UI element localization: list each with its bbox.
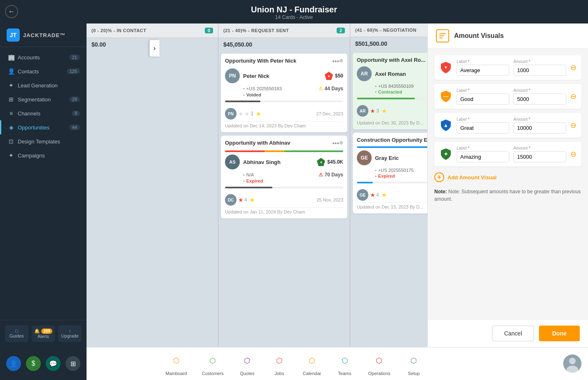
card-gray-eric[interactable]: Construction Opportunity Eric GE Gray Er…	[353, 133, 427, 213]
footer-left-peter-nick: PN ★ ★ 3 ★	[225, 108, 261, 120]
amount-input-great[interactable]	[513, 122, 566, 134]
card-footer-axel: AR ★ 3 ★	[357, 103, 427, 117]
tab-jobs[interactable]: ⬡ Jobs	[263, 349, 295, 379]
card-axel-roman[interactable]: Opportunity with Axel Ro... AR Axel Roma…	[353, 53, 427, 129]
card-details-axel: • +US 8435550109 • Contracted	[357, 84, 427, 94]
label-input-amazing[interactable]	[457, 151, 509, 162]
svg-text:✦: ✦	[444, 151, 448, 157]
col-header-request-sent: (21 - 40)% - REQUEST SENT 2	[218, 23, 350, 38]
amount-field-label: Amount *	[513, 59, 566, 64]
cancel-button[interactable]: Cancel	[492, 326, 534, 341]
label-input-good[interactable]	[457, 94, 509, 105]
amount-visuals-panel: Amount Visuals ▼ Label * Amount	[427, 23, 588, 347]
add-amount-visual-button[interactable]: + Add Amount Visual	[434, 171, 581, 184]
tab-customers[interactable]: ⬡ Customers	[194, 349, 231, 379]
card-menu-abhinav[interactable]: •••	[332, 140, 339, 147]
svg-text:▼: ▼	[327, 75, 330, 78]
tab-quotes[interactable]: ⬡ Quotes	[231, 349, 263, 379]
bottom-icon-user[interactable]: 👤	[6, 356, 21, 371]
panel-note: Note: Note: Subsequent amounts have to b…	[434, 188, 581, 203]
person-name-axel: Axel Roman	[375, 71, 406, 77]
avatar-axel: AR	[357, 66, 372, 81]
avatar-gray-eric: GE	[357, 150, 372, 165]
remove-good-button[interactable]: ⊖	[570, 92, 576, 101]
sidebar-item-design-templates[interactable]: ⊡ Design Templates	[0, 134, 87, 148]
star3: ★	[256, 110, 261, 117]
teams-label: Teams	[338, 371, 351, 376]
remove-average-button[interactable]: ⊖	[570, 63, 576, 72]
card-person-axel: AR Axel Roman	[357, 66, 427, 81]
sidebar-item-accounts[interactable]: 🏢 Accounts 21	[0, 50, 87, 64]
upgrade-button[interactable]: ↑ Upgrade	[58, 325, 82, 342]
progress-gray-eric	[357, 182, 427, 183]
card-abhinav-singh[interactable]: Opportunity with Abhinav ••• ⊕ AS Abhina…	[221, 136, 347, 218]
bottom-icon-grid[interactable]: ⊞	[66, 356, 80, 371]
back-button[interactable]: ←	[5, 5, 18, 18]
sidebar-item-contacts[interactable]: 👤 Contacts 125	[0, 64, 87, 78]
amount-input-amazing[interactable]	[513, 151, 566, 162]
tab-setup[interactable]: ⬡ Setup	[398, 349, 430, 379]
card-title-peter-nick: Opportunity With Peter Nick	[225, 58, 332, 64]
setup-label: Setup	[408, 371, 420, 376]
col-title-negotiation: (41 - 60)% - NEGOTIATION	[355, 28, 417, 33]
sidebar-item-segmentation[interactable]: ⊞ Segmentation 29	[0, 92, 87, 106]
user-avatar-bottom[interactable]	[563, 354, 581, 373]
bottom-icon-chat[interactable]: 💬	[46, 356, 61, 371]
campaigns-icon: ✦	[8, 152, 14, 159]
amount-input-good[interactable]	[513, 94, 566, 105]
svg-text:▼: ▼	[444, 65, 448, 70]
card-menu-peter-nick[interactable]: •••	[332, 58, 339, 65]
label-input-average[interactable]	[457, 65, 509, 76]
card-move-peter-nick[interactable]: ⊕	[339, 58, 343, 63]
amount-input-average[interactable]	[513, 65, 566, 76]
panel-toggle[interactable]: ›	[150, 40, 159, 56]
person-name-gray-eric: Gray Eric	[375, 155, 399, 161]
col-amount-request-sent: $45,050.00	[218, 38, 350, 51]
remove-amazing-button[interactable]: ⊖	[570, 150, 576, 159]
visual-row-great: ▲ Label * Amount * ⊖	[434, 113, 581, 138]
shield-icon-amazing: ✦	[439, 148, 452, 161]
guides-button[interactable]: □ Guides	[5, 325, 28, 342]
svg-text:✦: ✦	[320, 161, 323, 164]
card-move-abhinav[interactable]: ⊕	[339, 140, 343, 145]
person-name-abhinav: Abhinav Singh	[243, 159, 281, 165]
sidebar-item-lead-generation[interactable]: ✦ Lead Generation	[0, 78, 87, 92]
amount-field-label-good: Amount *	[513, 88, 566, 93]
kanban-col-negotiation: (41 - 60)% - NEGOTIATION $501,500.00 Opp…	[350, 23, 427, 347]
col-cards-negotiation: Opportunity with Axel Ro... AR Axel Roma…	[350, 50, 427, 347]
remove-great-button[interactable]: ⊖	[570, 121, 576, 130]
channels-count: 9	[72, 110, 80, 116]
sidebar-item-campaigns[interactable]: ✦ Campaigns	[0, 148, 87, 162]
sidebar-item-opportunities[interactable]: ◈ Opportunities 44	[0, 120, 87, 134]
campaigns-label: Campaigns	[18, 152, 80, 159]
tab-calendar[interactable]: ⬡ Calendar	[295, 349, 329, 379]
progress-fill-abhinav	[225, 187, 272, 188]
progress-abhinav	[225, 187, 343, 188]
panel-header-icon	[436, 29, 449, 42]
add-icon: +	[434, 172, 444, 182]
alerts-button[interactable]: 🔔 269 Alerts	[32, 325, 55, 342]
opportunities-icon: ◈	[8, 124, 14, 131]
avatar-abhinav: AS	[225, 155, 240, 169]
person-name-peter-nick: Peter Nick	[243, 73, 269, 79]
label-input-great[interactable]	[457, 122, 509, 134]
upgrade-icon: ↑	[60, 328, 80, 333]
quotes-label: Quotes	[240, 371, 254, 376]
customers-icon: ⬡	[204, 352, 221, 369]
done-button[interactable]: Done	[539, 326, 580, 341]
quotes-icon: ⬡	[239, 352, 256, 369]
panel-footer: Cancel Done	[428, 319, 588, 347]
tab-teams[interactable]: ⬡ Teams	[329, 349, 361, 379]
panel-body: ▼ Label * Amount * ⊖	[428, 49, 588, 319]
add-visual-label: Add Amount Visual	[447, 174, 497, 181]
card-updated-abhinav: Updated on Jan 11, 2024 By Dev Cham	[225, 207, 343, 214]
card-peter-nick[interactable]: Opportunity With Peter Nick ••• ⊕ PN Pet…	[221, 54, 347, 132]
logo-icon: JT	[7, 28, 20, 42]
sidebar-item-channels[interactable]: ≡ Channels 9	[0, 106, 87, 120]
star-gold-axel: ★	[382, 108, 387, 114]
tab-operations[interactable]: ⬡ Operations	[361, 349, 398, 379]
star-gold: ★	[250, 197, 255, 203]
tab-mainboard[interactable]: ⬡ Mainboard	[158, 349, 194, 379]
contacts-icon: 👤	[8, 68, 14, 75]
bottom-icon-dollar[interactable]: $	[26, 356, 41, 371]
